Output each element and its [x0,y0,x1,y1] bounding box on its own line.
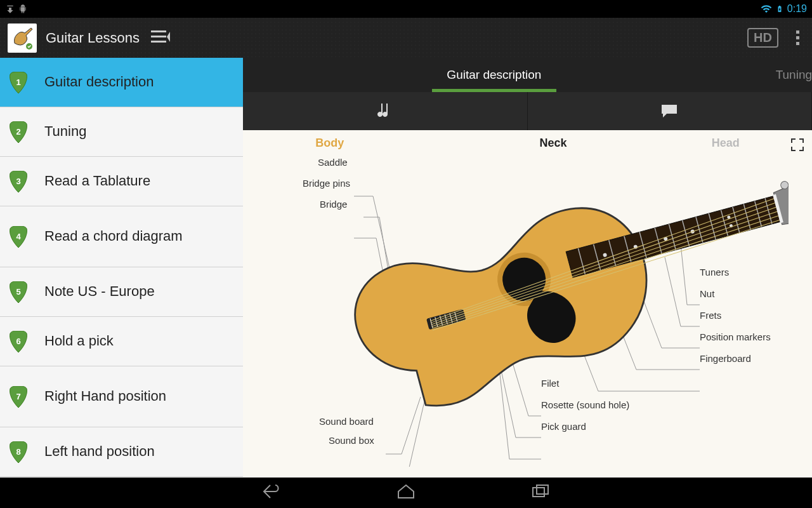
battery-icon [776,3,783,15]
section-head: Head [712,137,740,150]
sidebar-item-tuning[interactable]: 2 Tuning [0,107,243,157]
app-title: Guitar Lessons [46,30,140,46]
guitar-diagram: Body Neck Head Saddle Bridge pins Bridge… [243,130,812,478]
section-neck: Neck [539,137,566,150]
sidebar-item-label: Tuning [44,123,86,140]
tab-tuning[interactable]: Tuning [745,58,812,92]
pick-icon: 2 [9,121,28,143]
sidebar-item-right-hand[interactable]: 7 Right Hand position [0,366,243,427]
main-content: Guitar description Tuning Body Neck Head… [243,58,812,478]
pick-icon: 5 [9,281,28,303]
sidebar-item-label: Left hand position [44,443,155,460]
pick-icon: 1 [9,72,28,93]
sidebar-item-label: Note US - Europe [44,283,155,300]
download-icon [5,4,15,14]
sidebar-item-label: Hold a pick [44,333,114,349]
recents-button[interactable] [530,483,551,503]
list-toggle-button[interactable] [151,29,170,47]
hd-button[interactable]: HD [747,28,778,48]
sidebar-item-left-hand[interactable]: 8 Left hand position [0,427,243,477]
pick-icon: 3 [9,171,28,192]
sidebar-item-tablature[interactable]: 3 Read a Tablature [0,157,243,206]
lesson-sidebar[interactable]: 1 Guitar description 2 Tuning 3 Read a T… [0,58,243,478]
sidebar-item-chord-diagram[interactable]: 4 Read a chord diagram [0,206,243,267]
android-icon [18,4,28,14]
section-body: Body [315,137,344,150]
sidebar-item-label: Read a chord diagram [44,228,183,244]
tab-comments[interactable] [528,92,813,130]
tab-lesson-content[interactable] [243,92,528,130]
clock: 0:19 [787,3,807,15]
sidebar-item-label: Read a Tablature [44,173,150,189]
sub-tabs [243,92,812,130]
action-bar: Guitar Lessons HD [0,18,812,58]
sidebar-item-guitar-description[interactable]: 1 Guitar description [0,58,243,107]
music-note-icon [377,102,393,120]
svg-rect-44 [533,488,544,497]
expand-button[interactable] [790,138,804,154]
android-nav-bar [0,478,812,508]
status-bar: 0:19 [0,0,812,18]
sidebar-item-hold-pick[interactable]: 6 Hold a pick [0,317,243,366]
wifi-icon [761,3,772,15]
pick-icon: 8 [9,441,28,463]
home-button[interactable] [396,483,416,503]
pick-icon: 6 [9,331,28,352]
sidebar-item-note-us-europe[interactable]: 5 Note US - Europe [0,267,243,317]
back-button[interactable] [261,483,282,503]
content-tabs: Guitar description Tuning [243,58,812,92]
svg-rect-45 [537,485,548,494]
pick-icon: 4 [9,226,28,248]
app-icon[interactable] [8,23,37,53]
overflow-menu-button[interactable] [791,25,804,50]
sidebar-item-label: Right Hand position [44,388,166,404]
sidebar-item-label: Guitar description [44,74,154,90]
comment-icon [660,104,678,119]
tab-guitar-description[interactable]: Guitar description [416,58,572,92]
guitar-illustration [268,162,789,467]
pick-icon: 7 [9,386,28,408]
